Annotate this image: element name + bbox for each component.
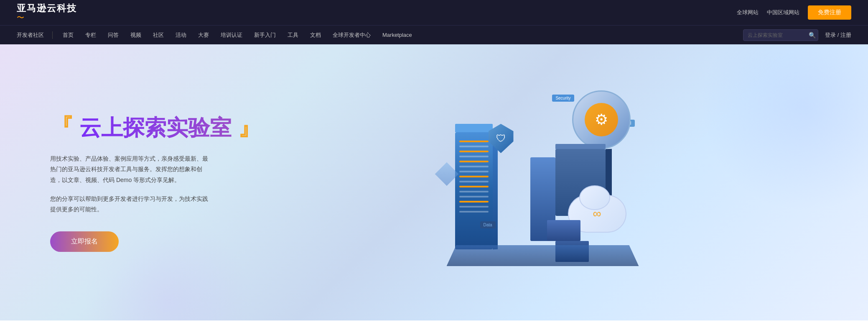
search-icon[interactable]: 🔍 <box>809 32 816 38</box>
nav-item-training[interactable]: 培训认证 <box>215 26 248 45</box>
isometric-scene: Security AI ⚙ 🛡 <box>438 82 647 283</box>
logo-arrow-icon: 〜 <box>17 14 23 21</box>
nav-item-community[interactable]: 社区 <box>147 26 170 45</box>
server-line-15 <box>459 211 489 213</box>
server-line-5 <box>459 161 489 162</box>
nav-item-marketplace[interactable]: Marketplace <box>377 26 418 45</box>
nav-item-home[interactable]: 首页 <box>57 26 79 45</box>
logo-text: 亚马逊云科技 <box>17 4 77 13</box>
server-tower-top <box>455 124 493 132</box>
server-line-14 <box>459 206 489 208</box>
server-line-10 <box>459 186 489 187</box>
server-line-7 <box>459 171 489 172</box>
hero-description-2: 您的分享可以帮助到更多开发者进行学习与开发，为技术实践提供更多的可能性。 <box>50 194 209 215</box>
top-bar: 亚马逊云科技 〜 全球网站 中国区域网站 免费注册 <box>0 0 868 25</box>
top-right-area: 全球网站 中国区域网站 免费注册 <box>737 5 851 20</box>
gear-sphere-illustration: ⚙ <box>572 90 631 149</box>
server-line-9 <box>459 181 489 182</box>
server-line-6 <box>459 166 489 167</box>
hero-content-left: 『 云上探索实验室 』 用技术实验、产品体验、案例应用等方式，亲身感受最新、最热… <box>50 113 267 252</box>
title-left-bracket: 『 <box>50 114 74 140</box>
hero-section: 『 云上探索实验室 』 用技术实验、产品体验、案例应用等方式，亲身感受最新、最热… <box>0 44 868 320</box>
nav-item-global-dev[interactable]: 全球开发者中心 <box>327 26 377 45</box>
server-line-11 <box>459 191 489 192</box>
nav-item-contest[interactable]: 大赛 <box>192 26 215 45</box>
nav-item-docs[interactable]: 文档 <box>304 26 327 45</box>
server-line-12 <box>459 196 489 197</box>
server-lines <box>455 132 493 221</box>
global-site-link[interactable]: 全球网站 <box>737 9 759 16</box>
data-tag: Data <box>480 221 496 228</box>
title-main-text: 云上探索实验室 <box>79 115 232 140</box>
server-line-4 <box>459 156 489 157</box>
login-link[interactable]: 登录 / 注册 <box>825 31 851 39</box>
nav-right-area: 🔍 登录 / 注册 <box>743 29 851 41</box>
free-register-button[interactable]: 免费注册 <box>808 5 851 20</box>
server-line-3 <box>459 151 489 152</box>
nav-item-video[interactable]: 视频 <box>125 26 147 45</box>
gear-icon: ⚙ <box>585 103 618 136</box>
hero-description-1: 用技术实验、产品体验、案例应用等方式，亲身感受最新、最热门的亚马逊云科技开发者工… <box>50 154 209 185</box>
nav-item-activity[interactable]: 活动 <box>170 26 192 45</box>
security-tag: Security <box>552 95 574 102</box>
shield-icon: 🛡 <box>489 124 514 153</box>
nav-item-column[interactable]: 专栏 <box>79 26 102 45</box>
server-tower-left <box>455 132 493 249</box>
nav-brand-label: 开发者社区 <box>17 31 53 39</box>
nav-item-qa[interactable]: 问答 <box>102 26 125 45</box>
nav-bar: 开发者社区 首页 专栏 问答 视频 社区 活动 大赛 培训认证 新手入门 工具 … <box>0 25 868 44</box>
cloud-icon: ∞ <box>593 207 601 220</box>
stack-box-upper <box>547 220 580 241</box>
server-line-1 <box>459 141 489 142</box>
nav-items: 首页 专栏 问答 视频 社区 活动 大赛 培训认证 新手入门 工具 文档 全球开… <box>57 26 743 45</box>
server-line-13 <box>459 201 489 203</box>
search-box[interactable]: 🔍 <box>743 29 818 41</box>
server-line-2 <box>459 146 489 147</box>
nav-item-beginner[interactable]: 新手入门 <box>248 26 282 45</box>
server-line-8 <box>459 176 489 177</box>
search-input[interactable] <box>748 32 806 38</box>
hero-title: 『 云上探索实验室 』 <box>50 113 267 141</box>
hero-illustration: Security AI ⚙ 🛡 <box>267 78 818 287</box>
platform-base <box>447 245 639 266</box>
shield-badge-illustration: 🛡 <box>489 124 518 157</box>
title-right-bracket: 』 <box>238 114 261 140</box>
logo: 亚马逊云科技 〜 <box>17 4 77 21</box>
cta-signup-button[interactable]: 立即报名 <box>50 231 119 252</box>
china-site-link[interactable]: 中国区域网站 <box>767 9 799 16</box>
nav-item-tools[interactable]: 工具 <box>282 26 304 45</box>
